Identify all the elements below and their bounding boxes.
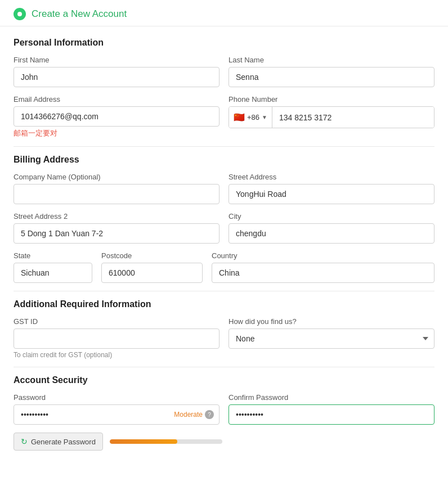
phone-input[interactable] — [272, 107, 434, 128]
how-found-label: How did you find us? — [229, 317, 434, 326]
confirm-password-label: Confirm Password — [229, 393, 434, 402]
page-header: Create a New Account — [0, 0, 448, 26]
page-wrapper: Create a New Account Personal Informatio… — [0, 0, 448, 495]
generate-section: ↻ Generate Password — [14, 433, 434, 451]
country-group: Country — [212, 251, 434, 283]
email-label: Email Address — [14, 95, 219, 104]
generate-password-button[interactable]: ↻ Generate Password — [14, 433, 103, 451]
password-group: Password Moderate ? — [14, 393, 219, 425]
how-found-group: How did you find us? None Google Social … — [229, 317, 434, 359]
generate-password-label: Generate Password — [31, 438, 96, 446]
state-input[interactable] — [14, 263, 92, 283]
country-input[interactable] — [212, 263, 434, 283]
postcode-label: Postcode — [101, 251, 203, 260]
address-row-1: Company Name (Optional) Street Address — [14, 173, 434, 204]
company-name-group: Company Name (Optional) — [14, 173, 219, 204]
gst-hint: To claim credit for GST (optional) — [14, 351, 219, 359]
phone-group: Phone Number 🇨🇳 +86 ▼ — [229, 95, 434, 138]
gst-id-label: GST ID — [14, 317, 219, 326]
city-input[interactable] — [229, 223, 434, 244]
gst-id-input[interactable] — [14, 328, 219, 349]
refresh-icon: ↻ — [21, 437, 28, 446]
strength-bar-fill — [110, 439, 177, 444]
country-label: Country — [212, 251, 434, 260]
phone-wrapper: 🇨🇳 +86 ▼ — [229, 106, 434, 128]
city-group: City — [229, 212, 434, 244]
confirm-password-group: Confirm Password — [229, 393, 434, 425]
last-name-group: Last Name — [229, 56, 434, 87]
additional-row: GST ID To claim credit for GST (optional… — [14, 317, 434, 359]
phone-label: Phone Number — [229, 95, 434, 104]
email-group: Email Address 邮箱一定要对 — [14, 95, 219, 138]
postcode-input[interactable] — [101, 263, 203, 283]
street-address-group: Street Address — [229, 173, 434, 204]
billing-address-title: Billing Address — [14, 155, 434, 165]
contact-row: Email Address 邮箱一定要对 Phone Number 🇨🇳 +86… — [14, 95, 434, 138]
email-input[interactable] — [14, 106, 219, 127]
header-icon — [14, 8, 26, 20]
how-found-select[interactable]: None Google Social Media Friend Other — [229, 328, 434, 349]
city-label: City — [229, 212, 434, 220]
chevron-down-icon: ▼ — [262, 114, 267, 120]
address-row-2: Street Address 2 City — [14, 212, 434, 244]
phone-prefix-selector[interactable]: 🇨🇳 +86 ▼ — [229, 107, 272, 128]
additional-info-title: Additional Required Information — [14, 299, 434, 309]
name-row: First Name Last Name — [14, 56, 434, 87]
address-row-3: State Postcode Country — [14, 251, 434, 283]
divider-1 — [14, 146, 434, 147]
password-strength-label: Moderate — [174, 411, 203, 418]
password-info-icon[interactable]: ? — [205, 410, 214, 419]
strength-bar — [110, 439, 222, 444]
phone-prefix-text: +86 — [247, 113, 259, 122]
page-title: Create a New Account — [32, 8, 127, 20]
street-address-input[interactable] — [229, 184, 434, 204]
first-name-label: First Name — [14, 56, 219, 64]
email-error: 邮箱一定要对 — [14, 128, 219, 138]
first-name-input[interactable] — [14, 67, 219, 87]
password-label: Password — [14, 393, 219, 402]
postcode-group: Postcode — [101, 251, 203, 283]
divider-2 — [14, 291, 434, 291]
personal-info-title: Personal Information — [14, 38, 434, 48]
company-name-input[interactable] — [14, 184, 219, 204]
first-name-group: First Name — [14, 56, 219, 87]
state-group: State — [14, 251, 92, 283]
street-address2-label: Street Address 2 — [14, 212, 219, 220]
company-name-label: Company Name (Optional) — [14, 173, 219, 181]
street-address-label: Street Address — [229, 173, 434, 181]
password-row: Password Moderate ? Confirm Password — [14, 393, 434, 425]
street-address2-group: Street Address 2 — [14, 212, 219, 244]
state-label: State — [14, 251, 92, 260]
country-flag: 🇨🇳 — [234, 112, 245, 123]
gst-id-group: GST ID To claim credit for GST (optional… — [14, 317, 219, 359]
account-security-title: Account Security — [14, 375, 434, 385]
confirm-password-input[interactable] — [229, 404, 434, 425]
form-content: Personal Information First Name Last Nam… — [0, 26, 448, 460]
billing-section: Billing Address Company Name (Optional) … — [14, 155, 434, 283]
divider-3 — [14, 367, 434, 367]
last-name-label: Last Name — [229, 56, 434, 64]
password-wrapper: Moderate ? — [14, 404, 219, 425]
last-name-input[interactable] — [229, 67, 434, 87]
street-address2-input[interactable] — [14, 223, 219, 244]
